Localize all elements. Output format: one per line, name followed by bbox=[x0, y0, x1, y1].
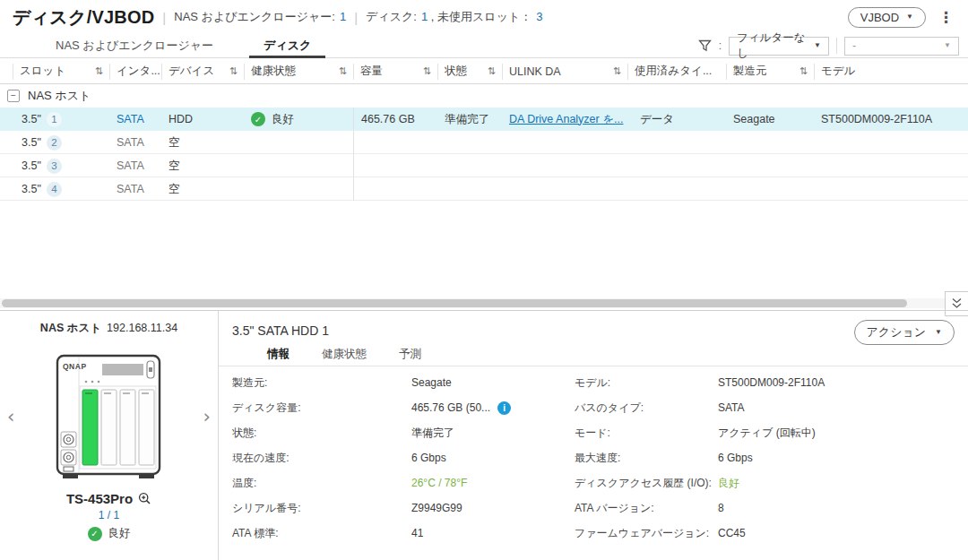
slot-number-badge: 2 bbox=[47, 135, 62, 151]
info-icon[interactable]: i bbox=[497, 401, 511, 415]
slot-number-badge: 4 bbox=[47, 182, 62, 197]
capacity-cell bbox=[353, 154, 437, 177]
manufacturer-cell: Seagate bbox=[726, 113, 814, 125]
kebab-menu-icon[interactable]: ⋮ bbox=[937, 8, 955, 27]
nas-device-image: QNAP bbox=[56, 354, 163, 481]
field-label-ata-standard: ATA 標準: bbox=[232, 526, 411, 541]
group-row-nas-host[interactable]: − NAS ホスト bbox=[0, 84, 968, 108]
da-drive-analyzer-link[interactable]: DA Drive Analyzer を... bbox=[502, 112, 627, 127]
filter-dropdown[interactable]: フィルターなし ▼ bbox=[729, 37, 829, 56]
action-button[interactable]: アクション ▼ bbox=[854, 320, 955, 345]
filter-colon: : bbox=[719, 39, 722, 52]
column-header-status[interactable]: 状態⇅ bbox=[437, 64, 502, 80]
field-label-ata-version: ATA バージョン: bbox=[575, 501, 718, 516]
column-header-model[interactable]: モデル bbox=[814, 64, 968, 80]
disk-detail-pane: 3.5" SATA HDD 1 アクション ▼ 情報 健康状態 予測 製造元: … bbox=[218, 311, 968, 560]
column-header-capacity-label: 容量 bbox=[360, 64, 383, 79]
nas-host-line: NAS ホスト192.168.11.34 bbox=[40, 321, 177, 336]
slot-prefix: 3.5" bbox=[22, 113, 41, 125]
tab-disk[interactable]: ディスク bbox=[238, 34, 336, 57]
column-header-device[interactable]: デバイス⇅ bbox=[161, 64, 244, 80]
capacity-cell bbox=[353, 131, 437, 154]
table-row[interactable]: 3.5" 1 SATA HDD ✓ 良好 465.76 GB 準備完了 DA D… bbox=[0, 108, 968, 131]
disk-info-grid: 製造元: Seagate モデル: ST500DM009-2F110A ディスク… bbox=[232, 370, 959, 546]
field-value-bus-type: SATA bbox=[718, 401, 959, 414]
column-header-manufacturer[interactable]: 製造元⇅ bbox=[726, 64, 814, 80]
column-header-used-type[interactable]: 使用済みタイ... bbox=[627, 64, 726, 80]
column-header-slot[interactable]: スロット⇅ bbox=[13, 64, 109, 80]
device-cell: 空 bbox=[161, 159, 244, 174]
device-cell: 空 bbox=[161, 182, 244, 197]
column-header-health-label: 健康状態 bbox=[251, 64, 296, 79]
nas-host-ip: 192.168.11.34 bbox=[107, 322, 177, 334]
next-device-button[interactable]: › bbox=[203, 408, 211, 426]
slot-prefix: 3.5" bbox=[22, 136, 41, 149]
nas-count-value: 1 bbox=[340, 10, 346, 23]
interface-cell: SATA bbox=[109, 183, 161, 195]
field-label-serial-number: シリアル番号: bbox=[232, 501, 411, 516]
action-button-label: アクション bbox=[867, 324, 927, 340]
field-label-firmware-version: ファームウェアバージョン: bbox=[575, 526, 718, 541]
field-label-manufacturer: 製造元: bbox=[232, 375, 411, 391]
disk-detail-title: 3.5" SATA HDD 1 bbox=[232, 323, 329, 338]
column-header-status-label: 状態 bbox=[445, 64, 467, 79]
slot-cell: 3.5" 3 bbox=[13, 159, 109, 174]
column-header-ulink-label: ULINK DA bbox=[509, 65, 561, 78]
column-header-manufacturer-label: 製造元 bbox=[733, 64, 767, 79]
field-value-model: ST500DM009-2F110A bbox=[718, 376, 959, 389]
device-cell: 空 bbox=[161, 135, 244, 151]
collapse-minus-icon[interactable]: − bbox=[7, 90, 20, 102]
table-row[interactable]: 3.5" 4 SATA 空 bbox=[0, 177, 968, 201]
field-value-capacity: 465.76 GB (50... i bbox=[411, 401, 575, 415]
chevron-down-icon: ▼ bbox=[935, 329, 942, 336]
field-value-disk-access-history: 良好 bbox=[718, 476, 959, 491]
prev-device-button[interactable]: ‹ bbox=[7, 408, 14, 426]
column-header-interface[interactable]: インタ...⇅ bbox=[109, 64, 161, 80]
horizontal-scrollbar[interactable] bbox=[0, 298, 945, 308]
horizontal-scrollbar-thumb[interactable] bbox=[2, 299, 907, 307]
group-row-label: NAS ホスト bbox=[28, 88, 91, 104]
model-cell: ST500DM009-2F110A bbox=[814, 113, 968, 125]
filter-secondary-dropdown[interactable]: - ▼ bbox=[844, 37, 959, 56]
sort-icon: ⇅ bbox=[488, 65, 496, 77]
tab-nas-enclosure-label: NAS およびエンクロージャー bbox=[56, 38, 213, 54]
disk-count-stat: ディスク:1 , 未使用スロット：3 bbox=[366, 9, 542, 25]
sort-icon: ⇅ bbox=[95, 65, 103, 77]
sort-icon: ⇅ bbox=[229, 65, 238, 77]
tab-health-status[interactable]: 健康状態 bbox=[322, 347, 367, 366]
field-value-max-speed: 6 Gbps bbox=[718, 452, 959, 464]
chevron-down-icon: ▼ bbox=[906, 13, 913, 21]
device-health-line: ✓ 良好 bbox=[88, 526, 131, 541]
tab-info[interactable]: 情報 bbox=[267, 347, 290, 366]
table-row[interactable]: 3.5" 2 SATA 空 bbox=[0, 131, 968, 154]
filter-dropdown-value: フィルターなし bbox=[737, 30, 814, 61]
field-value-mode: アクティブ (回転中) bbox=[718, 426, 959, 441]
nas-count-stat: NAS およびエンクロージャー:1 bbox=[174, 9, 346, 25]
capacity-cell bbox=[353, 177, 437, 201]
sort-icon: ⇅ bbox=[613, 65, 621, 77]
tab-prediction[interactable]: 予測 bbox=[399, 347, 421, 366]
sort-icon: ⇅ bbox=[339, 65, 347, 77]
tab-nas-enclosure[interactable]: NAS およびエンクロージャー bbox=[30, 34, 238, 57]
column-header-ulink[interactable]: ULINK DA⇅ bbox=[502, 64, 627, 80]
column-header-capacity[interactable]: 容量⇅ bbox=[353, 64, 437, 80]
device-model-name: TS-453Pro bbox=[66, 491, 133, 506]
vjbod-button[interactable]: VJBOD ▼ bbox=[848, 7, 926, 28]
interface-link[interactable]: SATA bbox=[109, 113, 161, 125]
column-header-slot-label: スロット bbox=[20, 64, 65, 79]
disk-vjbod-window: ディスク/VJBOD | NAS およびエンクロージャー:1 | ディスク:1 … bbox=[0, 0, 968, 560]
nas-host-label: NAS ホスト bbox=[40, 322, 101, 334]
field-value-ata-version: 8 bbox=[718, 502, 959, 514]
table-row[interactable]: 3.5" 3 SATA 空 bbox=[0, 154, 968, 177]
column-header-health[interactable]: 健康状態⇅ bbox=[244, 64, 353, 80]
unused-slot-label: , 未使用スロット： bbox=[431, 10, 532, 23]
page-header: ディスク/VJBOD | NAS およびエンクロージャー:1 | ディスク:1 … bbox=[0, 0, 968, 34]
field-value-current-speed: 6 Gbps bbox=[411, 452, 575, 464]
field-label-disk-access-history: ディスクアクセス履歴 (I/O): bbox=[575, 476, 718, 491]
zoom-magnifier-icon[interactable] bbox=[138, 492, 151, 505]
device-model-line: TS-453Pro bbox=[66, 491, 151, 506]
column-header-model-label: モデル bbox=[821, 64, 855, 79]
field-label-mode: モード: bbox=[575, 426, 718, 441]
field-label-max-speed: 最大速度: bbox=[575, 451, 718, 466]
page-title: ディスク/VJBOD bbox=[13, 5, 154, 30]
